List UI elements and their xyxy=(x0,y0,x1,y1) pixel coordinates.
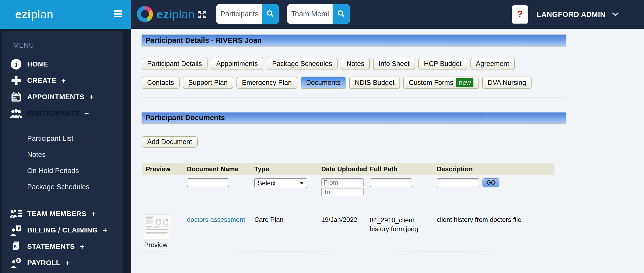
svg-text:$: $ xyxy=(18,227,20,231)
participants-search xyxy=(216,4,279,24)
preview-caption: Preview xyxy=(144,241,187,249)
sidebar-subitem-participant-list[interactable]: Participant List xyxy=(2,130,123,147)
calendar-icon: 31 xyxy=(10,91,23,103)
document-name-filter-input[interactable] xyxy=(187,178,229,187)
sidebar: eziplan MENU i HOME CREATE + xyxy=(0,0,131,273)
date-to-filter-input[interactable] xyxy=(321,188,364,196)
people-icon xyxy=(10,108,23,119)
tab-participant-details[interactable]: Participant Details xyxy=(142,58,208,70)
tab-contacts[interactable]: Contacts xyxy=(142,77,180,89)
type-filter-select[interactable]: Select xyxy=(254,178,307,188)
sidebar-item-appointments[interactable]: 31 APPOINTMENTS + xyxy=(2,89,123,105)
table-row: Preview doctors assessment Care Plan 19/… xyxy=(142,214,554,252)
new-badge: new xyxy=(456,78,473,87)
content-divider xyxy=(142,97,566,98)
payroll-icon: $ xyxy=(10,257,23,268)
tab-package-schedules[interactable]: Package Schedules xyxy=(267,58,338,70)
chevron-down-icon xyxy=(612,12,619,16)
team-members-search-button[interactable] xyxy=(333,4,350,24)
add-document-button[interactable]: Add Document xyxy=(142,136,198,148)
select-caret-icon xyxy=(300,182,304,184)
tab-agreement[interactable]: Agreement xyxy=(470,58,515,70)
tab-row-2: Contacts Support Plan Emergency Plan Doc… xyxy=(142,77,566,89)
svg-text:31: 31 xyxy=(13,96,17,100)
billing-claiming-icon: $ xyxy=(10,224,23,236)
sidebar-item-statements[interactable]: $ STATEMENTS + xyxy=(2,238,123,255)
team-members-icon xyxy=(10,209,23,219)
column-header-description: Description xyxy=(437,165,554,173)
tab-dva-nursing[interactable]: DVA Nursing xyxy=(482,77,532,89)
plus-icon xyxy=(10,75,23,86)
info-icon: i xyxy=(10,58,23,70)
tab-ndis-budget[interactable]: NDIS Budget xyxy=(349,77,400,89)
sidebar-item-payroll[interactable]: $ PAYROLL + xyxy=(2,255,123,271)
sidebar-subitem-on-hold-periods[interactable]: On Hold Periods xyxy=(2,163,123,179)
svg-text:$: $ xyxy=(17,258,20,263)
tab-emergency-plan[interactable]: Emergency Plan xyxy=(236,77,297,89)
sidebar-logo-bar: eziplan xyxy=(0,0,131,29)
help-button[interactable]: ? xyxy=(512,5,528,23)
go-button[interactable]: GO xyxy=(482,178,499,187)
sidebar-item-participants[interactable]: PARTICIPANTS − xyxy=(2,105,123,121)
description-filter-input[interactable] xyxy=(437,178,479,187)
tab-documents[interactable]: Documents xyxy=(301,77,346,89)
description-cell: client history from doctors file xyxy=(437,214,554,249)
full-path-filter-input[interactable] xyxy=(370,178,412,187)
column-header-type: Type xyxy=(254,165,321,173)
sidebar-item-create[interactable]: CREATE + xyxy=(2,72,123,89)
hamburger-menu-icon[interactable] xyxy=(114,10,122,17)
table-filter-row: Select GO xyxy=(142,175,554,214)
tab-custom-forms[interactable]: Custom Forms new xyxy=(403,77,479,89)
sidebar-item-team-members[interactable]: TEAM MEMBERS + xyxy=(2,206,123,222)
team-members-search xyxy=(287,4,350,24)
participants-search-input[interactable] xyxy=(216,4,262,24)
team-members-search-input[interactable] xyxy=(287,4,333,24)
document-type-cell: Care Plan xyxy=(254,214,321,249)
tab-support-plan[interactable]: Support Plan xyxy=(183,77,233,89)
sidebar-subitem-package-schedules[interactable]: Package Schedules xyxy=(2,179,123,195)
tab-hcp-budget[interactable]: HCP Budget xyxy=(418,58,467,70)
topbar-eziplan-logo: eziplan xyxy=(137,6,195,22)
fullscreen-expand-icon[interactable] xyxy=(197,10,207,19)
sidebar-item-billing-claiming[interactable]: $ BILLING / CLAIMING + xyxy=(2,222,123,238)
statements-icon: $ xyxy=(10,241,23,252)
tab-info-sheet[interactable]: Info Sheet xyxy=(373,58,415,70)
document-name-link[interactable]: doctors assessment xyxy=(187,216,245,223)
tab-appointments[interactable]: Appointments xyxy=(211,58,263,70)
participants-submenu: Participant List Notes On Hold Periods P… xyxy=(2,130,123,195)
participants-search-button[interactable] xyxy=(262,4,279,24)
document-preview-thumbnail[interactable] xyxy=(144,214,171,239)
full-path-cell: 84_2910_client history form.jpeg xyxy=(370,214,433,249)
user-menu[interactable]: LANGFORD ADMIN xyxy=(537,0,619,29)
eziplan-logo: eziplan xyxy=(15,8,53,21)
participant-documents-header: Participant Documents xyxy=(142,112,566,123)
column-header-date-uploaded: Date Uploaded xyxy=(321,165,370,173)
column-header-document-name: Document Name xyxy=(187,165,254,173)
participant-details-header: Participant Details - RIVERS Joan xyxy=(142,35,566,46)
tab-notes[interactable]: Notes xyxy=(341,58,370,70)
topbar: eziplan ? LANGFORD ADMIN xyxy=(131,0,644,29)
sidebar-menu: MENU i HOME CREATE + 31 xyxy=(2,31,123,273)
sidebar-item-home[interactable]: i HOME xyxy=(2,56,123,72)
column-header-full-path: Full Path xyxy=(370,165,437,173)
sidebar-subitem-notes[interactable]: Notes xyxy=(2,147,123,163)
tab-row-1: Participant Details Appointments Package… xyxy=(142,58,566,70)
menu-section-label: MENU xyxy=(13,40,123,50)
search-icon xyxy=(266,10,274,18)
svg-text:$: $ xyxy=(14,244,17,249)
table-header-row: Preview Document Name Type Date Uploaded… xyxy=(142,163,554,175)
date-uploaded-cell: 19/Jan/2022 xyxy=(321,214,370,249)
main-content: Participant Details - RIVERS Joan Partic… xyxy=(131,29,644,273)
eziplan-donut-icon xyxy=(137,6,153,22)
user-name: LANGFORD ADMIN xyxy=(537,10,606,19)
search-icon xyxy=(337,10,345,18)
column-header-preview: Preview xyxy=(142,165,187,173)
documents-table: Preview Document Name Type Date Uploaded… xyxy=(142,163,554,252)
svg-text:i: i xyxy=(15,60,17,68)
date-from-filter-input[interactable] xyxy=(321,178,364,187)
